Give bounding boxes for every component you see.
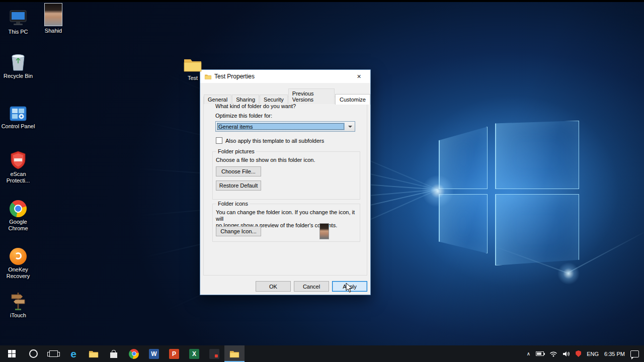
excel-icon: X	[189, 349, 199, 359]
tab-customize[interactable]: Customize	[335, 94, 370, 105]
dropdown-selected-value: General items	[217, 123, 345, 130]
group-legend: Folder icons	[216, 201, 250, 207]
checkbox-label: Also apply this template to all subfolde…	[225, 138, 324, 144]
volume-icon[interactable]	[563, 351, 570, 357]
choose-file-button[interactable]: Choose File...	[216, 166, 261, 176]
desktop-icon-control-panel[interactable]: Control Panel	[0, 99, 36, 130]
cancel-button[interactable]: Cancel	[294, 281, 329, 292]
tab-security[interactable]: Security	[260, 95, 288, 104]
tab-strip: General Sharing Security Previous Versio…	[204, 88, 370, 104]
desktop-icon-this-pc[interactable]: This PC	[0, 4, 36, 35]
desktop: This PC Shahid Recycle Bin Contro	[0, 0, 644, 362]
desktop-icon-label: Recycle Bin	[0, 73, 36, 79]
windows-logo-icon	[8, 350, 16, 357]
optimize-for-dropdown[interactable]: General items	[215, 121, 355, 132]
escan-tray-icon[interactable]	[576, 350, 581, 357]
task-view-button[interactable]	[43, 345, 63, 362]
taskbar-store[interactable]	[104, 345, 124, 362]
pinned-app-icon	[209, 349, 219, 359]
taskbar-pinned-app[interactable]	[204, 345, 224, 362]
desktop-icon-chrome[interactable]: Google Chrome	[0, 194, 36, 232]
light-flare	[422, 175, 454, 207]
edge-icon: e	[70, 348, 76, 359]
taskbar-edge[interactable]: e	[63, 345, 84, 362]
system-tray: ∧ ENG 6:35 PM	[527, 345, 644, 362]
desktop-icon-test-folder[interactable]: Test	[175, 50, 211, 81]
folder-pictures-group: Folder pictures Choose a file to show on…	[212, 151, 360, 200]
taskbar-open-folder[interactable]	[224, 345, 245, 362]
checkbox[interactable]	[216, 137, 222, 144]
shield-icon	[0, 146, 36, 169]
desktop-icon-label: Shahid	[35, 28, 71, 34]
chevron-down-icon[interactable]	[345, 122, 355, 131]
cortana-search-button[interactable]	[23, 345, 43, 362]
folder-icons-group: Folder icons You can change the folder i…	[212, 204, 360, 242]
desktop-icon-escan[interactable]: eScan Protecti...	[0, 146, 36, 184]
letterbox-bar	[0, 0, 644, 2]
desktop-icon-shahid[interactable]: Shahid	[35, 3, 71, 34]
this-pc-icon	[0, 4, 36, 27]
light-flare	[557, 262, 580, 285]
description-line1: You can change the folder icon. If you c…	[216, 209, 355, 222]
network-icon[interactable]	[549, 351, 557, 357]
search-icon	[29, 349, 38, 358]
desktop-icon-label: iTouch	[0, 312, 36, 319]
close-icon[interactable]: ×	[348, 70, 370, 83]
customize-tab-page: What kind of folder do you want? Optimiz…	[203, 97, 367, 276]
desktop-icon-label: Control Panel	[0, 123, 36, 130]
chrome-icon	[129, 349, 139, 359]
folder-icon	[175, 50, 211, 73]
desktop-icon-itouch[interactable]: iTouch	[0, 288, 36, 319]
word-icon: W	[149, 349, 159, 359]
desktop-icon-recycle-bin[interactable]: Recycle Bin	[0, 48, 36, 79]
chrome-icon	[0, 194, 36, 217]
ok-button[interactable]: OK	[256, 281, 291, 292]
desktop-icon-label: Google Chrome	[0, 219, 36, 232]
clock[interactable]: 6:35 PM	[604, 351, 625, 357]
desktop-icon-label: Test	[175, 75, 211, 81]
desktop-icon-label: OneKey Recovery	[0, 266, 36, 280]
recycle-bin-icon	[0, 48, 36, 71]
optimize-label: Optimize this folder for:	[215, 113, 272, 119]
language-indicator[interactable]: ENG	[587, 351, 599, 357]
tab-sharing[interactable]: Sharing	[232, 95, 259, 104]
powerpoint-icon: P	[169, 349, 179, 359]
apply-template-checkbox-row[interactable]: Also apply this template to all subfolde…	[216, 137, 324, 144]
desktop-icon-label: This PC	[0, 29, 36, 35]
store-icon	[110, 352, 117, 358]
group-legend: Folder pictures	[216, 148, 256, 154]
battery-icon[interactable]	[536, 351, 544, 356]
start-button[interactable]	[0, 345, 23, 362]
dialog-title: Test Properties	[214, 73, 255, 80]
taskbar-word[interactable]: W	[144, 345, 164, 362]
taskbar-powerpoint[interactable]: P	[164, 345, 184, 362]
show-hidden-icons-button[interactable]: ∧	[527, 351, 530, 356]
control-panel-icon	[0, 99, 36, 122]
desktop-icon-label: eScan Protecti...	[0, 171, 36, 184]
task-view-icon	[49, 350, 58, 357]
taskbar-excel[interactable]: X	[184, 345, 204, 362]
tab-previous-versions[interactable]: Previous Versions	[288, 88, 335, 104]
apply-button[interactable]: Apply	[332, 281, 367, 292]
taskbar-file-explorer[interactable]	[84, 345, 104, 362]
restore-default-button[interactable]: Restore Default	[216, 180, 261, 191]
desktop-icon-onekey[interactable]: OneKey Recovery	[0, 242, 36, 280]
photo-icon	[35, 3, 71, 26]
folder-icon-preview-photo	[319, 223, 329, 239]
taskbar-chrome[interactable]	[124, 345, 144, 362]
dialog-titlebar[interactable]: Test Properties ×	[200, 70, 370, 83]
taskbar: e W P X	[0, 345, 644, 362]
windows-logo-pane	[495, 194, 579, 265]
action-center-icon[interactable]	[630, 350, 639, 357]
windows-logo-pane	[495, 121, 579, 189]
tab-general[interactable]: General	[204, 95, 231, 104]
onekey-recovery-icon	[0, 242, 36, 265]
file-explorer-icon	[88, 349, 99, 358]
test-properties-dialog: Test Properties × General Sharing Securi…	[200, 69, 371, 295]
change-icon-button[interactable]: Change Icon...	[216, 226, 261, 236]
signpost-icon	[0, 288, 36, 311]
open-folder-icon	[229, 349, 240, 358]
folder-pictures-description: Choose a file to show on this folder ico…	[216, 157, 315, 163]
